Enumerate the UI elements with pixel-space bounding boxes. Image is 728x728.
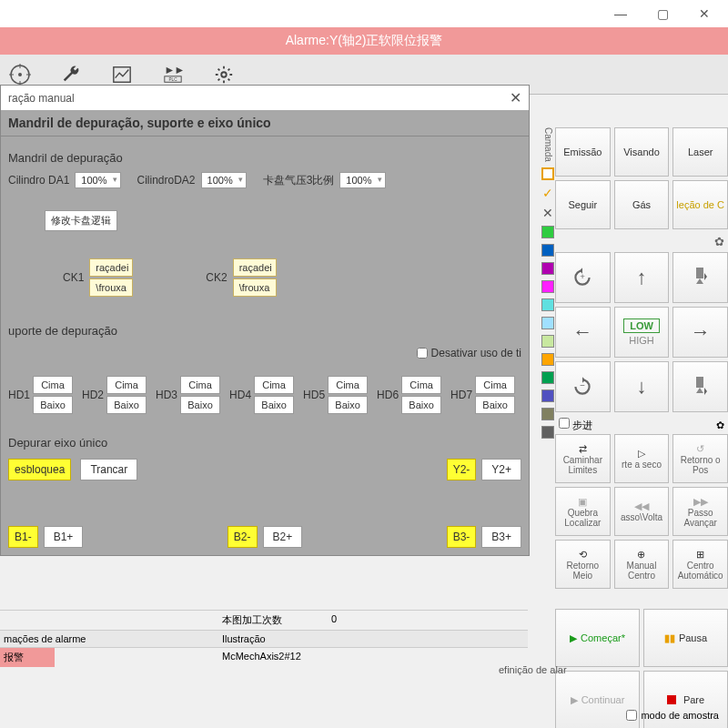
color-swatch[interactable] (541, 298, 554, 311)
auto-center-button[interactable]: ⊞Centro Automático (672, 540, 728, 589)
hd-down-button[interactable]: Baixo (254, 396, 294, 414)
ck2-tighten-button[interactable]: raçadei (233, 258, 277, 277)
color-swatch[interactable] (541, 167, 554, 180)
b2-minus-button[interactable]: B2- (228, 526, 258, 548)
pause-button[interactable]: ▮▮Pausa (643, 609, 728, 667)
svg-point-9 (221, 72, 227, 77)
minimize-button[interactable]: — (601, 1, 641, 26)
svg-point-1 (18, 73, 22, 76)
disable-use-checkbox[interactable] (417, 348, 428, 359)
y2-plus-button[interactable]: Y2+ (481, 459, 521, 480)
walk-limits-button[interactable]: ⇄CaminharLimites (555, 434, 611, 483)
arrow-left-button[interactable]: ← (555, 307, 611, 358)
alarm-banner: Alarme:Y(轴2)正软限位报警 (0, 27, 728, 55)
arrow-right-button[interactable]: → (672, 307, 728, 358)
ck1-tighten-button[interactable]: raçadei (89, 258, 133, 277)
cylinder2-dropdown[interactable]: 100% (201, 172, 247, 188)
color-swatch[interactable] (541, 426, 554, 439)
step-back-button[interactable]: ◀◀asso\Volta (614, 487, 670, 536)
hd-item: HD3CimaBaixo (156, 376, 220, 414)
camada-label: Camada (543, 127, 553, 162)
sample-mode-label: modo de amostra (641, 710, 719, 721)
color-swatch[interactable] (541, 317, 554, 329)
speed-toggle[interactable]: LOW HIGH (614, 307, 670, 358)
sample-mode-checkbox[interactable] (626, 710, 637, 721)
rotate-cw-button[interactable]: − (555, 361, 611, 412)
b1-minus-button[interactable]: B1- (8, 526, 38, 548)
arrow-down-button[interactable]: ↓ (614, 361, 670, 412)
hd-up-button[interactable]: Cima (328, 376, 368, 394)
break-locate-button[interactable]: ▣QuebraLocalizar (555, 487, 611, 536)
right-control-panel: Emissão Visando Laser Seguir Gás leção d… (555, 95, 728, 728)
hd-down-button[interactable]: Baixo (33, 396, 73, 414)
hd-down-button[interactable]: Baixo (401, 396, 441, 414)
follow-button[interactable]: Seguir (555, 180, 611, 229)
modify-chuck-logic-button[interactable]: 修改卡盘逻辑 (45, 210, 117, 231)
hd-down-button[interactable]: Baixo (475, 396, 515, 414)
color-swatch[interactable] (541, 353, 554, 366)
tool-up-button[interactable] (672, 252, 728, 303)
selection-button[interactable]: leção de C (672, 180, 728, 229)
b1-plus-button[interactable]: B1+ (44, 526, 84, 548)
hd-item: HD1CimaBaixo (8, 376, 73, 414)
hd-down-button[interactable]: Baixo (106, 396, 147, 414)
color-swatch[interactable] (541, 226, 554, 238)
gas-button[interactable]: Gás (614, 180, 670, 229)
close-window-button[interactable]: ✕ (684, 1, 724, 26)
aiming-button[interactable]: Visando (614, 127, 670, 177)
hd-down-button[interactable]: Baixo (328, 396, 368, 414)
manual-center-button[interactable]: ⊕Manual Centro (614, 540, 670, 589)
unlock-button[interactable]: esbloquea (8, 459, 71, 480)
hd-down-button[interactable]: Baixo (180, 396, 220, 414)
emission-button[interactable]: Emissão (555, 127, 611, 177)
cylinder1-label: Cilindro DA1 (8, 174, 69, 187)
hd-label: HD5 (303, 389, 325, 401)
lock-button[interactable]: Trancar (80, 459, 137, 480)
return-pos-button[interactable]: ↺Retorno o Pos (672, 434, 728, 483)
tool-down-button[interactable] (672, 361, 728, 412)
color-swatch[interactable] (541, 408, 554, 420)
plc-icon[interactable]: PLC (160, 62, 186, 87)
mandril-section-label: Mandril de depuração (8, 151, 521, 165)
step-checkbox[interactable] (559, 418, 570, 429)
hd-up-button[interactable]: Cima (33, 376, 73, 394)
hd-up-button[interactable]: Cima (180, 376, 220, 394)
laser-button[interactable]: Laser (672, 127, 728, 177)
color-swatch[interactable] (541, 371, 554, 384)
color-swatch[interactable] (541, 262, 554, 275)
y2-minus-button[interactable]: Y2- (447, 459, 477, 480)
color-swatch[interactable] (541, 244, 554, 257)
settings-gear-icon[interactable]: ✿ (555, 233, 728, 250)
chart-icon[interactable] (109, 62, 135, 87)
hd-up-button[interactable]: Cima (106, 376, 147, 394)
color-swatch[interactable] (541, 280, 554, 293)
ck2-loosen-button[interactable]: \frouxa (233, 278, 277, 297)
ck1-loosen-button[interactable]: \frouxa (89, 278, 133, 297)
rotate-ccw-button[interactable]: + (555, 252, 611, 303)
svg-rect-13 (696, 377, 703, 388)
hd-label: HD1 (8, 389, 30, 401)
arrow-up-button[interactable]: ↑ (614, 252, 670, 303)
hd-up-button[interactable]: Cima (401, 376, 441, 394)
step-forward-button[interactable]: ▶▶Passo Avançar (672, 487, 728, 536)
hd-up-button[interactable]: Cima (475, 376, 515, 394)
dialog-close-icon[interactable]: ✕ (510, 89, 521, 106)
start-button[interactable]: ▶Começar* (555, 609, 640, 667)
target-icon[interactable] (7, 62, 33, 87)
gear-icon[interactable] (211, 62, 237, 87)
hd-up-button[interactable]: Cima (254, 376, 294, 394)
color-swatch[interactable] (541, 389, 554, 402)
settings-gear-icon[interactable]: ✿ (716, 420, 724, 431)
dry-run-button[interactable]: ▷rte a seco (614, 434, 670, 483)
hd-item: HD7CimaBaixo (450, 376, 515, 414)
color-swatch[interactable] (541, 335, 554, 348)
b3-plus-button[interactable]: B3+ (481, 526, 521, 548)
maximize-button[interactable]: ▢ (642, 1, 682, 26)
wrench-icon[interactable] (58, 62, 84, 87)
cylinder3-dropdown[interactable]: 100% (339, 172, 385, 188)
return-middle-button[interactable]: ⟲Retorno Meio (555, 540, 611, 589)
disable-use-label: Desativar uso de ti (431, 347, 521, 359)
b3-minus-button[interactable]: B3- (447, 526, 477, 548)
cylinder1-dropdown[interactable]: 100% (75, 172, 120, 188)
b2-plus-button[interactable]: B2+ (263, 526, 303, 548)
